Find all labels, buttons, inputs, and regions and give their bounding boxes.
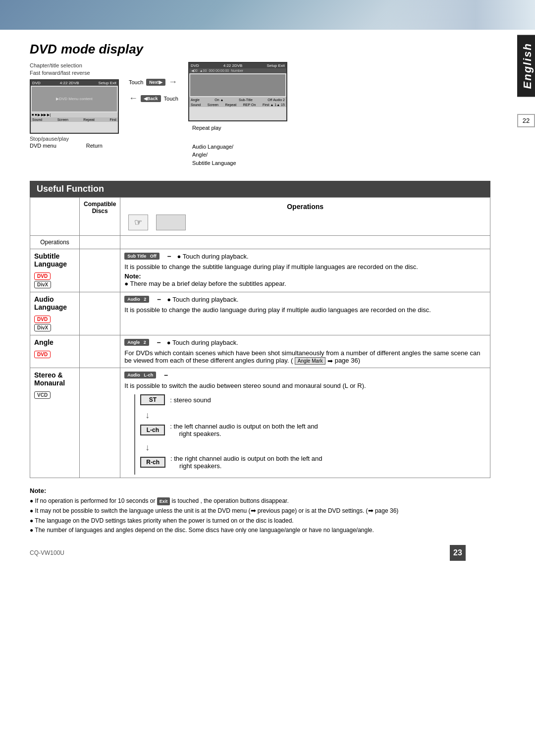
ops-label-row: Operations	[30, 236, 490, 249]
angle-label: Angle	[34, 338, 54, 346]
table-header-row: Compatible Discs Operations ☞	[30, 198, 490, 236]
bottom-note-item-2: ● It may not be possible to switch the l…	[30, 506, 490, 516]
touch-next-area: Touch Next▶ →	[129, 77, 178, 87]
dvd-middle-area: Touch Next▶ → Touch ◀Back ←	[129, 62, 178, 104]
bottom-note-item-3: ● The language on the DVD settings takes…	[30, 516, 490, 526]
audio-dvd-badge: DVD	[34, 316, 51, 323]
angle-discs: DVD	[34, 350, 75, 359]
touch-back-area: Touch ◀Back ←	[129, 93, 178, 104]
rch-button: R-ch	[140, 457, 165, 468]
angle-dash: –	[157, 338, 161, 346]
repeat-play-label: Repeat play	[192, 123, 287, 133]
bottom-note-item-4: ● The number of languages and angles dep…	[30, 526, 490, 535]
english-tab: English	[517, 35, 535, 97]
subtitle-note-label: Note:	[124, 272, 141, 280]
dvd-left-area: Chapter/title selection Fast forward/fas…	[30, 62, 119, 149]
angle-touch-note: ● Touch during playback.	[167, 339, 238, 346]
useful-function-title: Useful Function	[30, 181, 490, 197]
touch-back-label: Touch	[164, 96, 178, 102]
stereo-discs: VCD	[34, 391, 75, 399]
dvd-screen-right: DVD4:22 2DVBSetup Exit ◀00▲00000 00:00:0…	[188, 62, 287, 121]
angle-arrow: ➡	[327, 357, 333, 365]
angle-button[interactable]: Angle 2	[124, 339, 149, 346]
rch-description: : the right channel audio is output on b…	[170, 455, 322, 470]
main-content: DVD mode display Chapter/title selection…	[0, 30, 515, 573]
dvd-screen-left: DVD4:22 2DVBSetup Exit ▶DVD Menu content…	[30, 79, 119, 134]
divx-badge: DivX	[34, 281, 51, 288]
footer-page-number: 23	[450, 545, 466, 561]
back-button[interactable]: ◀Back	[141, 95, 161, 102]
subtitle-discs: DVD DivX	[34, 272, 75, 289]
return-label: Return	[86, 143, 103, 149]
dvd-title: DVD	[30, 42, 57, 57]
audio-language-label: Audio Language/Angle/Subtitle Language	[192, 143, 287, 167]
dvd-bottom-labels: Stop/pause/play	[30, 136, 119, 142]
subtitle-controls: Sub Title Off – ● Touch during playback.	[124, 252, 486, 260]
stereo-diagram-container: ST : stereo sound ↓ L-ch : the left chan…	[124, 394, 486, 475]
page-number-box: 22	[517, 114, 535, 127]
dvd-right-labels: Repeat play Audio Language/Angle/Subtitl…	[192, 123, 287, 167]
audio-controls: Audio 2 – ● Touch during playback.	[124, 295, 486, 303]
lch-description: : the left channel audio is output on bo…	[170, 423, 318, 437]
useful-function-section: Useful Function Compatible Discs Operati…	[30, 181, 490, 561]
operations-label: Operations	[30, 236, 80, 249]
dvd-diagram: Chapter/title selection Fast forward/fas…	[30, 62, 490, 167]
dvd-badge: DVD	[34, 272, 51, 280]
table-row: Subtitle Language DVD DivX Sub Title Off…	[30, 249, 490, 292]
vcd-badge: VCD	[34, 391, 51, 399]
page-footer: CQ-VW100U 23	[30, 545, 490, 561]
dvd-menu-label: DVD menu	[30, 143, 56, 149]
bottom-note-item-1: ● If no operation is performed for 10 se…	[30, 496, 490, 506]
compatible-col-header: Compatible Discs	[80, 198, 120, 236]
stereo-st-row: ST : stereo sound	[140, 394, 322, 405]
audio-touch-note: ● Touch during playback.	[167, 296, 238, 303]
audio-language-section-label: Audio Language	[34, 295, 67, 311]
angle-controls: Angle 2 – ● Touch during playback.	[124, 338, 486, 346]
stereo-down-arrow-2: ↓	[145, 442, 322, 453]
stereo-button[interactable]: Audio L-ch	[124, 372, 156, 378]
audio-discs: DVD DivX	[34, 315, 75, 332]
stereo-description: It is possible to switch the audio betwe…	[124, 382, 486, 389]
audio-dash: –	[157, 295, 161, 303]
ops-col-header: Operations ☞	[120, 198, 490, 236]
bottom-note-section: Note: ● If no operation is performed for…	[30, 486, 490, 535]
angle-description: For DVDs which contain scenes which have…	[124, 349, 486, 365]
dvd-right-area: DVD4:22 2DVBSetup Exit ◀00▲00000 00:00:0…	[188, 62, 287, 167]
arrow-left-icon: ←	[129, 93, 138, 104]
st-description: : stereo sound	[170, 396, 211, 404]
angle-dvd-badge: DVD	[34, 351, 51, 358]
exit-button[interactable]: Exit	[157, 497, 170, 505]
ops-icons-row: ☞	[124, 213, 486, 232]
touch-screen-icon	[156, 215, 186, 230]
table-row: Audio Language DVD DivX Audio 2 – ● Touc…	[30, 292, 490, 335]
next-button[interactable]: Next▶	[146, 79, 165, 86]
subtitle-touch-note: ● Touch during playback.	[177, 253, 248, 260]
subtitle-language-label: Subtitle Language	[34, 252, 67, 268]
operations-col-header	[30, 198, 80, 236]
subtitle-dash: –	[167, 252, 171, 260]
stereo-lch-row: L-ch : the left channel audio is output …	[140, 423, 322, 437]
audio-button[interactable]: Audio 2	[124, 296, 149, 303]
operations-header: Operations	[124, 201, 486, 213]
table-row: Angle DVD Angle 2 – ● Touch during playb…	[30, 335, 490, 368]
subtitle-button[interactable]: Sub Title Off	[124, 253, 159, 260]
model-number: CQ-VW100U	[30, 549, 64, 556]
dvd-left-labels: Chapter/title selection Fast forward/fas…	[30, 62, 119, 77]
stereo-controls: Audio L-ch –	[124, 371, 486, 379]
table-row: Stereo & Monaural VCD Audio L-ch – It is…	[30, 368, 490, 478]
subtitle-note-item: ● There may be a brief delay before the …	[124, 280, 286, 287]
audio-divx-badge: DivX	[34, 324, 51, 331]
dvd-section: DVD mode display Chapter/title selection…	[30, 42, 490, 167]
stereo-rch-row: R-ch : the right channel audio is output…	[140, 455, 322, 470]
lch-button: L-ch	[140, 425, 165, 435]
dvd-subtitle: mode display	[61, 42, 143, 57]
st-button: ST	[140, 394, 165, 405]
touch-finger-icon: ☞	[128, 215, 148, 230]
subtitle-description: It is possible to change the subtitle la…	[124, 263, 486, 270]
stereo-dash: –	[164, 371, 168, 379]
touch-next-label: Touch	[129, 79, 143, 85]
arrow-right-icon: →	[168, 77, 177, 87]
subtitle-note-area: Note: ● There may be a brief delay befor…	[124, 272, 486, 287]
top-banner	[0, 0, 535, 30]
useful-function-table: Compatible Discs Operations ☞ Operations	[30, 197, 490, 478]
